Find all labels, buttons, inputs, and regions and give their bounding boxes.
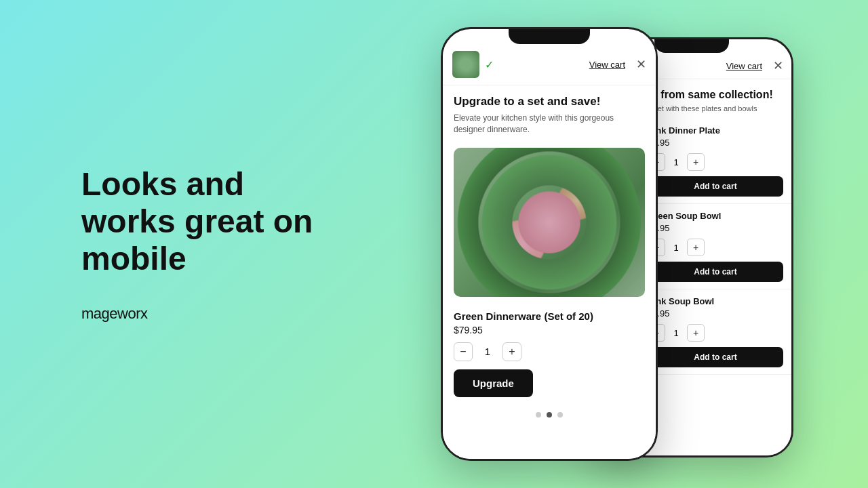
brand-logo: mageworx xyxy=(81,305,339,323)
product-1-name: Pink Dinner Plate xyxy=(648,125,783,136)
product-3-qty-value: 1 xyxy=(671,328,682,338)
dinnerware-image xyxy=(454,148,645,297)
phone-1: ✓ View cart ✕ Upgrade to a set and save!… xyxy=(441,27,658,461)
phone-2-close-button[interactable]: ✕ xyxy=(773,58,783,73)
product-1-add-to-cart-button[interactable]: Add to cart xyxy=(648,176,783,197)
product-image-container xyxy=(454,148,645,297)
dot-3 xyxy=(557,412,563,418)
product-3-qty-row: − 1 + xyxy=(648,324,783,342)
upgrade-button[interactable]: Upgrade xyxy=(454,369,533,397)
product-info: Green Dinnerware (Set of 20) $79.95 − 1 … xyxy=(443,304,656,404)
carousel-dots xyxy=(443,404,656,422)
phone-1-notch xyxy=(509,29,590,44)
phone-1-cart-header: ✓ View cart ✕ xyxy=(443,44,656,85)
phone-1-promo: Upgrade to a set and save! Elevate your … xyxy=(443,85,656,141)
quantity-row: − 1 + xyxy=(454,342,645,361)
product-2-qty-row: − 1 + xyxy=(648,239,783,256)
promo-title: Upgrade to a set and save! xyxy=(454,95,645,108)
product-3-price: $8.95 xyxy=(648,308,783,319)
left-content: Looks and works great on mobile mageworx xyxy=(81,165,339,323)
phones-wrapper: ✓ View cart ✕ Upgrade to a set and save!… xyxy=(359,0,868,488)
product-2-increase-button[interactable]: + xyxy=(687,239,705,256)
product-3-increase-button[interactable]: + xyxy=(687,324,705,342)
check-icon: ✓ xyxy=(485,58,494,71)
product-1-details: Pink Dinner Plate $9.95 − 1 + Add to car… xyxy=(648,125,783,197)
phone-1-cart-thumb xyxy=(452,51,479,78)
product-3-details: Pink Soup Bowl $8.95 − 1 + Add to cart xyxy=(648,296,783,367)
product-1-qty-row: − 1 + xyxy=(648,153,783,171)
close-button[interactable]: ✕ xyxy=(636,57,646,72)
product-2-name: Green Soup Bowl xyxy=(648,211,783,221)
product-3-name: Pink Soup Bowl xyxy=(648,296,783,306)
phone-1-screen: ✓ View cart ✕ Upgrade to a set and save!… xyxy=(443,44,656,459)
product-2-details: Green Soup Bowl $8.95 − 1 + Add to cart xyxy=(648,211,783,282)
dot-1 xyxy=(536,412,541,418)
headline: Looks and works great on mobile xyxy=(81,165,339,278)
quantity-increase-button[interactable]: + xyxy=(502,342,521,361)
quantity-value: 1 xyxy=(481,346,494,357)
product-2-price: $8.95 xyxy=(648,223,783,233)
product-price: $79.95 xyxy=(454,325,645,336)
product-1-qty-value: 1 xyxy=(671,157,682,167)
product-2-add-to-cart-button[interactable]: Add to cart xyxy=(648,262,783,282)
cart-thumb-image xyxy=(452,51,479,78)
product-3-add-to-cart-button[interactable]: Add to cart xyxy=(648,347,783,367)
product-name: Green Dinnerware (Set of 20) xyxy=(454,310,645,322)
product-1-increase-button[interactable]: + xyxy=(687,153,705,171)
phone-2-notch xyxy=(654,39,729,53)
product-1-price: $9.95 xyxy=(648,138,783,148)
product-2-qty-value: 1 xyxy=(671,243,682,253)
quantity-decrease-button[interactable]: − xyxy=(454,342,473,361)
promo-description: Elevate your kitchen style with this gor… xyxy=(454,113,645,136)
dot-2-active xyxy=(547,412,552,418)
view-cart-link[interactable]: View cart xyxy=(499,60,625,70)
